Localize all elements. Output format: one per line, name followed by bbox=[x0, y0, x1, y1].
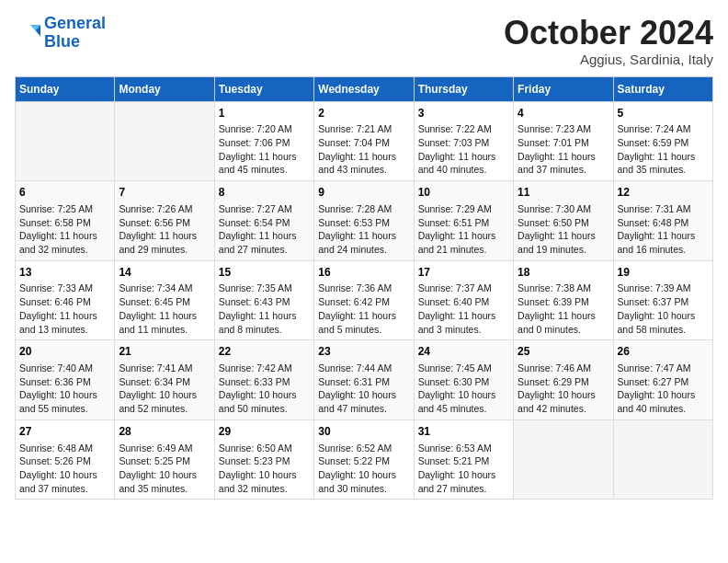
calendar-cell: 14Sunrise: 7:34 AMSunset: 6:45 PMDayligh… bbox=[115, 260, 214, 340]
day-number: 26 bbox=[618, 344, 709, 360]
page-header: General Blue October 2024 Aggius, Sardin… bbox=[15, 15, 713, 67]
calendar-cell: 24Sunrise: 7:45 AMSunset: 6:30 PMDayligh… bbox=[414, 340, 513, 420]
day-info: Sunrise: 7:26 AMSunset: 6:56 PMDaylight:… bbox=[119, 202, 210, 257]
day-info: Sunrise: 6:48 AMSunset: 5:26 PMDaylight:… bbox=[19, 442, 110, 496]
logo: General Blue bbox=[15, 15, 106, 52]
day-number: 7 bbox=[119, 185, 210, 201]
calendar-week-row: 1Sunrise: 7:20 AMSunset: 7:06 PMDaylight… bbox=[16, 101, 713, 181]
calendar-cell: 9Sunrise: 7:28 AMSunset: 6:53 PMDaylight… bbox=[314, 181, 414, 261]
day-number: 12 bbox=[618, 185, 709, 201]
calendar-week-row: 20Sunrise: 7:40 AMSunset: 6:36 PMDayligh… bbox=[16, 340, 713, 420]
day-number: 16 bbox=[318, 265, 409, 281]
weekday-header: Tuesday bbox=[214, 76, 313, 101]
calendar-cell bbox=[514, 419, 613, 500]
day-info: Sunrise: 7:35 AMSunset: 6:43 PMDaylight:… bbox=[219, 282, 310, 336]
day-number: 2 bbox=[318, 106, 409, 121]
calendar-cell: 18Sunrise: 7:38 AMSunset: 6:39 PMDayligh… bbox=[514, 260, 613, 340]
calendar-cell: 29Sunrise: 6:50 AMSunset: 5:23 PMDayligh… bbox=[214, 419, 313, 500]
day-number: 3 bbox=[418, 106, 509, 121]
month-title: October 2024 bbox=[504, 15, 713, 52]
weekday-header: Monday bbox=[115, 76, 214, 101]
calendar-cell: 31Sunrise: 6:53 AMSunset: 5:21 PMDayligh… bbox=[414, 419, 513, 500]
day-number: 14 bbox=[119, 265, 210, 281]
calendar-week-row: 6Sunrise: 7:25 AMSunset: 6:58 PMDaylight… bbox=[16, 181, 713, 261]
calendar-cell: 15Sunrise: 7:35 AMSunset: 6:43 PMDayligh… bbox=[214, 260, 313, 340]
calendar-cell: 22Sunrise: 7:42 AMSunset: 6:33 PMDayligh… bbox=[214, 340, 313, 420]
day-info: Sunrise: 7:33 AMSunset: 6:46 PMDaylight:… bbox=[19, 282, 110, 336]
calendar-cell: 5Sunrise: 7:24 AMSunset: 6:59 PMDaylight… bbox=[613, 101, 712, 181]
calendar-cell: 10Sunrise: 7:29 AMSunset: 6:51 PMDayligh… bbox=[414, 181, 513, 261]
calendar-cell: 1Sunrise: 7:20 AMSunset: 7:06 PMDaylight… bbox=[214, 101, 313, 181]
day-number: 25 bbox=[518, 344, 609, 360]
calendar-cell: 16Sunrise: 7:36 AMSunset: 6:42 PMDayligh… bbox=[314, 260, 414, 340]
day-info: Sunrise: 7:27 AMSunset: 6:54 PMDaylight:… bbox=[219, 202, 310, 257]
logo-text: General Blue bbox=[44, 15, 106, 52]
weekday-header: Saturday bbox=[613, 76, 712, 101]
day-number: 27 bbox=[19, 424, 110, 440]
day-info: Sunrise: 6:49 AMSunset: 5:25 PMDaylight:… bbox=[119, 442, 210, 496]
day-info: Sunrise: 6:50 AMSunset: 5:23 PMDaylight:… bbox=[219, 442, 310, 496]
calendar-cell bbox=[16, 101, 115, 181]
calendar-cell: 27Sunrise: 6:48 AMSunset: 5:26 PMDayligh… bbox=[16, 419, 115, 500]
calendar-cell: 30Sunrise: 6:52 AMSunset: 5:22 PMDayligh… bbox=[314, 419, 414, 500]
calendar-table: SundayMondayTuesdayWednesdayThursdayFrid… bbox=[15, 76, 713, 500]
day-info: Sunrise: 7:36 AMSunset: 6:42 PMDaylight:… bbox=[318, 282, 409, 336]
calendar-cell: 20Sunrise: 7:40 AMSunset: 6:36 PMDayligh… bbox=[16, 340, 115, 420]
day-info: Sunrise: 7:21 AMSunset: 7:04 PMDaylight:… bbox=[318, 122, 409, 177]
calendar-cell: 19Sunrise: 7:39 AMSunset: 6:37 PMDayligh… bbox=[613, 260, 712, 340]
day-info: Sunrise: 7:28 AMSunset: 6:53 PMDaylight:… bbox=[318, 202, 409, 257]
logo-general: General bbox=[44, 14, 106, 32]
weekday-header: Sunday bbox=[16, 76, 115, 101]
weekday-header: Thursday bbox=[414, 76, 513, 101]
calendar-cell: 4Sunrise: 7:23 AMSunset: 7:01 PMDaylight… bbox=[514, 101, 613, 181]
day-info: Sunrise: 7:37 AMSunset: 6:40 PMDaylight:… bbox=[418, 282, 509, 336]
day-info: Sunrise: 7:38 AMSunset: 6:39 PMDaylight:… bbox=[518, 282, 609, 336]
calendar-cell: 21Sunrise: 7:41 AMSunset: 6:34 PMDayligh… bbox=[115, 340, 214, 420]
day-info: Sunrise: 7:30 AMSunset: 6:50 PMDaylight:… bbox=[518, 202, 609, 257]
day-number: 30 bbox=[318, 424, 409, 440]
calendar-cell: 26Sunrise: 7:47 AMSunset: 6:27 PMDayligh… bbox=[613, 340, 712, 420]
title-section: October 2024 Aggius, Sardinia, Italy bbox=[504, 15, 713, 67]
calendar-cell: 2Sunrise: 7:21 AMSunset: 7:04 PMDaylight… bbox=[314, 101, 414, 181]
calendar-cell: 17Sunrise: 7:37 AMSunset: 6:40 PMDayligh… bbox=[414, 260, 513, 340]
calendar-cell: 3Sunrise: 7:22 AMSunset: 7:03 PMDaylight… bbox=[414, 101, 513, 181]
day-number: 24 bbox=[418, 344, 509, 360]
day-info: Sunrise: 7:34 AMSunset: 6:45 PMDaylight:… bbox=[119, 282, 210, 336]
day-number: 19 bbox=[618, 265, 709, 281]
calendar-cell: 25Sunrise: 7:46 AMSunset: 6:29 PMDayligh… bbox=[514, 340, 613, 420]
day-number: 15 bbox=[219, 265, 310, 281]
day-info: Sunrise: 7:45 AMSunset: 6:30 PMDaylight:… bbox=[418, 362, 509, 416]
day-info: Sunrise: 7:39 AMSunset: 6:37 PMDaylight:… bbox=[618, 282, 709, 336]
day-info: Sunrise: 6:52 AMSunset: 5:22 PMDaylight:… bbox=[318, 442, 409, 496]
calendar-cell: 23Sunrise: 7:44 AMSunset: 6:31 PMDayligh… bbox=[314, 340, 414, 420]
logo-blue: Blue bbox=[44, 33, 106, 52]
weekday-header: Wednesday bbox=[314, 76, 414, 101]
weekday-header: Friday bbox=[514, 76, 613, 101]
day-number: 1 bbox=[219, 106, 310, 121]
day-number: 13 bbox=[19, 265, 110, 281]
calendar-week-row: 13Sunrise: 7:33 AMSunset: 6:46 PMDayligh… bbox=[16, 260, 713, 340]
day-info: Sunrise: 7:31 AMSunset: 6:48 PMDaylight:… bbox=[618, 202, 709, 257]
day-number: 8 bbox=[219, 185, 310, 201]
calendar-cell: 6Sunrise: 7:25 AMSunset: 6:58 PMDaylight… bbox=[16, 181, 115, 261]
day-number: 6 bbox=[19, 185, 110, 201]
day-info: Sunrise: 7:29 AMSunset: 6:51 PMDaylight:… bbox=[418, 202, 509, 257]
location-subtitle: Aggius, Sardinia, Italy bbox=[504, 52, 713, 67]
day-number: 11 bbox=[518, 185, 609, 201]
day-info: Sunrise: 7:44 AMSunset: 6:31 PMDaylight:… bbox=[318, 362, 409, 416]
calendar-cell bbox=[115, 101, 214, 181]
day-number: 9 bbox=[318, 185, 409, 201]
svg-rect-0 bbox=[15, 20, 40, 46]
day-info: Sunrise: 7:24 AMSunset: 6:59 PMDaylight:… bbox=[618, 122, 709, 177]
day-number: 22 bbox=[219, 344, 310, 360]
calendar-cell bbox=[613, 419, 712, 500]
calendar-cell: 7Sunrise: 7:26 AMSunset: 6:56 PMDaylight… bbox=[115, 181, 214, 261]
calendar-cell: 13Sunrise: 7:33 AMSunset: 6:46 PMDayligh… bbox=[16, 260, 115, 340]
day-info: Sunrise: 7:23 AMSunset: 7:01 PMDaylight:… bbox=[518, 122, 609, 177]
day-number: 31 bbox=[418, 424, 509, 440]
day-number: 18 bbox=[518, 265, 609, 281]
day-number: 29 bbox=[219, 424, 310, 440]
logo-icon bbox=[15, 20, 40, 46]
day-info: Sunrise: 7:20 AMSunset: 7:06 PMDaylight:… bbox=[219, 122, 310, 177]
day-number: 21 bbox=[119, 344, 210, 360]
